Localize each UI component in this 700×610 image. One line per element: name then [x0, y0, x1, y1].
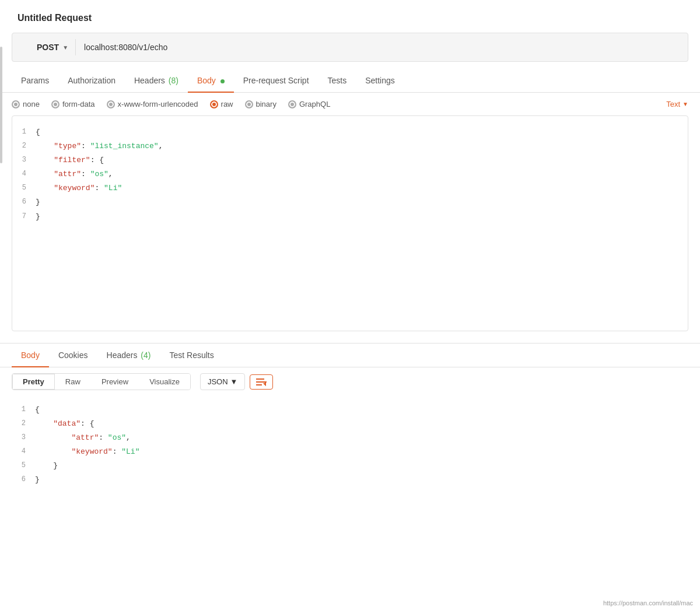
response-body-editor: 1 { 2 "data": { 3 "attr": "os", 4 "keywo…	[12, 396, 688, 495]
radio-graphql-circle	[288, 100, 296, 108]
resp-code-line-5: 5 }	[12, 459, 688, 473]
code-line-2: 2 "type": "list_instance",	[12, 139, 688, 153]
method-chevron-icon: ▼	[62, 44, 68, 51]
page-container: Untitled Request POST ▼ Params Authoriza…	[0, 0, 700, 610]
tab-prerequest[interactable]: Pre-request Script	[234, 69, 318, 92]
response-headers-badge: (4)	[141, 350, 150, 360]
tab-tests[interactable]: Tests	[318, 69, 356, 92]
pretty-tab-visualize[interactable]: Visualize	[139, 374, 190, 390]
request-title: Untitled Request	[18, 13, 92, 23]
svg-rect-0	[256, 378, 264, 380]
pretty-tabs-row: Pretty Raw Preview Visualize JSON ▼	[0, 367, 700, 396]
json-format-dropdown[interactable]: JSON ▼	[200, 373, 246, 390]
resp-code-line-2: 2 "data": {	[12, 417, 688, 431]
radio-formdata-circle	[51, 100, 60, 108]
code-line-3: 3 "filter": {	[12, 153, 688, 167]
pretty-tab-group: Pretty Raw Preview Visualize	[12, 373, 191, 390]
svg-rect-2	[256, 384, 262, 385]
request-tabs: Params Authorization Headers (8) Body Pr…	[0, 69, 700, 93]
url-input[interactable]	[82, 40, 670, 54]
radio-none-circle	[12, 100, 20, 108]
tab-body[interactable]: Body	[188, 69, 234, 92]
text-format-dropdown[interactable]: Text ▼	[666, 100, 688, 108]
method-select[interactable]: POST ▼	[30, 39, 76, 55]
text-chevron-icon: ▼	[682, 101, 688, 107]
bottom-bar: https://postman.com/install/mac	[596, 596, 700, 610]
scrollbar[interactable]	[0, 47, 2, 163]
resp-code-line-6: 6 }	[12, 473, 688, 487]
response-tab-cookies[interactable]: Cookies	[49, 343, 97, 367]
body-dot	[220, 79, 225, 83]
url-bar: POST ▼	[12, 33, 688, 62]
code-line-4: 4 "attr": "os",	[12, 167, 688, 181]
resp-code-line-4: 4 "keyword": "Li"	[12, 445, 688, 459]
response-tab-testresults[interactable]: Test Results	[160, 343, 223, 367]
tab-headers[interactable]: Headers (8)	[125, 69, 188, 92]
response-tab-headers[interactable]: Headers (4)	[97, 343, 160, 367]
tab-authorization[interactable]: Authorization	[58, 69, 125, 92]
radio-none[interactable]: none	[12, 100, 40, 108]
radio-raw-circle	[210, 100, 218, 108]
pretty-tab-preview[interactable]: Preview	[91, 374, 139, 390]
tab-settings[interactable]: Settings	[356, 69, 404, 92]
json-chevron-icon: ▼	[230, 377, 238, 386]
title-bar: Untitled Request	[0, 0, 700, 33]
response-tab-body[interactable]: Body	[12, 343, 49, 367]
tab-params[interactable]: Params	[12, 69, 58, 92]
pretty-tab-pretty[interactable]: Pretty	[12, 374, 55, 390]
radio-urlencoded-circle	[107, 100, 115, 108]
radio-binary[interactable]: binary	[245, 100, 276, 108]
radio-raw[interactable]: raw	[210, 100, 233, 108]
wrap-button[interactable]	[250, 374, 273, 390]
method-label: POST	[37, 43, 59, 52]
response-tabs: Body Cookies Headers (4) Test Results	[0, 343, 700, 367]
request-body-editor[interactable]: 1 { 2 "type": "list_instance", 3 "filter…	[12, 115, 688, 331]
code-line-7: 7 }	[12, 210, 688, 224]
response-section: Body Cookies Headers (4) Test Results Pr…	[0, 343, 700, 495]
code-line-6: 6 }	[12, 195, 688, 209]
radio-binary-circle	[245, 100, 253, 108]
wrap-icon	[256, 378, 267, 386]
headers-badge: (8)	[169, 76, 178, 85]
resp-code-line-3: 3 "attr": "os",	[12, 431, 688, 445]
code-line-1: 1 {	[12, 125, 688, 139]
resp-code-line-1: 1 {	[12, 403, 688, 417]
radio-formdata[interactable]: form-data	[51, 100, 95, 108]
radio-graphql[interactable]: GraphQL	[288, 100, 330, 108]
radio-urlencoded[interactable]: x-www-form-urlencoded	[107, 100, 198, 108]
code-line-5: 5 "keyword": "Li"	[12, 181, 688, 195]
body-type-row: none form-data x-www-form-urlencoded raw…	[0, 93, 700, 115]
pretty-tab-raw[interactable]: Raw	[55, 374, 91, 390]
